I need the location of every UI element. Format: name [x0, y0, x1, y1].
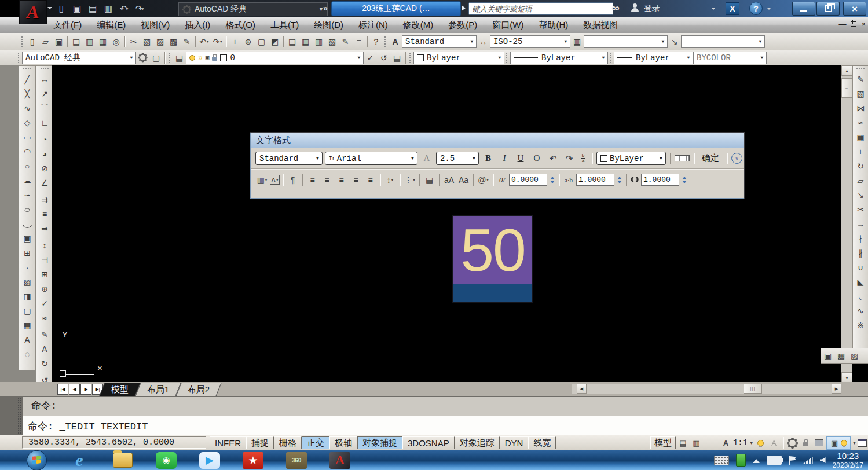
symbol-button[interactable]: @▾ — [477, 174, 490, 186]
next-tab-button[interactable]: ▶ — [80, 384, 91, 395]
network-tray-icon[interactable] — [803, 457, 813, 464]
jogged-dimension-button[interactable]: ◕ — [38, 146, 51, 161]
scroll-right-button[interactable]: ▶ — [832, 384, 841, 394]
menu-insert[interactable]: 插入(I) — [185, 20, 210, 31]
numbering-dropdown-icon[interactable]: ▾ — [413, 178, 415, 182]
bold-button[interactable]: B — [481, 152, 495, 166]
prev-tab-button[interactable]: ◀ — [69, 384, 80, 395]
restore-button[interactable] — [816, 2, 840, 16]
menu-edit[interactable]: 编辑(E) — [97, 20, 126, 31]
region-button[interactable]: ▢ — [21, 303, 34, 318]
cut-button[interactable]: ✂ — [127, 35, 140, 48]
bring-above-objects-button[interactable]: ▨ — [848, 350, 861, 362]
recorder-taskbar-button[interactable]: ◉ — [152, 451, 181, 469]
toolbar-grip[interactable] — [506, 52, 508, 64]
redstar-taskbar-button[interactable]: ★ — [239, 451, 268, 469]
toolbar-grip[interactable] — [168, 52, 170, 64]
rotate-button[interactable]: ↻ — [854, 159, 867, 173]
first-tab-button[interactable]: |◀ — [57, 384, 68, 395]
underline-button[interactable]: U — [514, 152, 528, 166]
toggle-lineweight[interactable]: 线宽 — [528, 436, 556, 449]
toolbar-grip[interactable] — [384, 36, 386, 47]
toolbar-grip[interactable] — [21, 36, 23, 47]
oblique-angle-input[interactable] — [509, 174, 547, 186]
point-button[interactable]: · — [21, 260, 34, 274]
layer-states-button[interactable]: ▤ — [390, 52, 404, 64]
publish-button[interactable]: ▦ — [96, 35, 109, 48]
diameter-dimension-button[interactable]: ⊘ — [38, 161, 51, 175]
extend-button[interactable]: → — [854, 216, 867, 231]
mtext-style-combo[interactable]: Standard▼ — [255, 152, 323, 165]
annotation-scale-icon[interactable]: A — [720, 437, 732, 449]
tool-palettes-button[interactable]: ▥ — [312, 35, 325, 48]
ordinate-dimension-button[interactable]: ∟ — [38, 115, 51, 130]
layer-properties-icon[interactable]: ▤ — [173, 52, 186, 64]
mtext-color-combo[interactable]: ByLayer ▼ — [596, 152, 666, 165]
toggle-otrack[interactable]: 对象追踪 — [455, 436, 500, 449]
chevron-down-icon[interactable]: ▼ — [313, 156, 322, 161]
make-block-button[interactable]: ⊞ — [21, 245, 34, 260]
tab-layout2[interactable]: 布局2 — [175, 383, 222, 396]
toolbar-grip[interactable] — [609, 52, 611, 64]
mtext-justification-dropdown-icon[interactable]: ▾ — [276, 178, 279, 182]
mleader-style-combo[interactable]: ▼ — [681, 35, 765, 48]
quickcalc-button[interactable]: ≡ — [352, 35, 365, 48]
coordinates-display[interactable]: 3580.3334, 2543.6502, 0.0000 — [22, 436, 206, 449]
chevron-down-icon[interactable]: ▼ — [657, 156, 665, 161]
chevron-down-icon[interactable]: ▼ — [659, 39, 667, 44]
show-hidden-icons-button[interactable] — [753, 458, 760, 463]
fillet-button[interactable]: ◟ — [854, 289, 867, 303]
close-button[interactable]: × — [843, 2, 866, 16]
redo-dropdown-icon[interactable]: ▾ — [141, 6, 144, 12]
undo-button[interactable]: ↶▾ — [197, 35, 211, 48]
ie-taskbar-button[interactable]: e — [65, 451, 94, 469]
redo-button[interactable]: ↷▾ — [133, 2, 147, 15]
command-history[interactable]: 命令: — [23, 397, 868, 416]
save-button[interactable]: ▣ — [52, 35, 65, 48]
autocad-taskbar-button[interactable]: A — [325, 451, 354, 469]
title-arrow-icon[interactable] — [462, 5, 468, 11]
table-style-icon[interactable]: ▦ — [570, 35, 584, 48]
mleader-style-icon[interactable]: ↘ — [668, 35, 681, 48]
erase-button[interactable]: ✎ — [854, 72, 867, 86]
explode-button[interactable]: ※ — [854, 318, 867, 332]
chevron-down-icon[interactable]: ▼ — [355, 55, 363, 60]
undo-dropdown-icon[interactable]: ▾ — [126, 6, 128, 12]
radius-dimension-button[interactable]: ◔ — [38, 132, 51, 146]
break-button[interactable]: ∦ — [854, 245, 867, 260]
action-center-flag-icon[interactable] — [789, 456, 796, 465]
pan-button[interactable]: + — [228, 35, 241, 48]
sheet-set-manager-button[interactable]: ▧ — [325, 35, 339, 48]
power-tray-icon[interactable] — [767, 456, 782, 465]
toggle-snap[interactable]: 捕捉 — [246, 436, 274, 449]
plot-style-combo[interactable]: BYCOLOR ▼ — [693, 52, 767, 64]
drawing-line[interactable] — [52, 282, 841, 282]
toggle-osnap[interactable]: 对象捕捉 — [357, 436, 402, 449]
open-button[interactable]: ▱ — [39, 35, 52, 48]
chevron-down-icon[interactable]: ▼ — [756, 39, 764, 44]
save-as-button[interactable]: ▤ — [86, 2, 100, 15]
text-height-combo[interactable]: 2.5▼ — [436, 152, 479, 165]
app-menu-dropdown-icon[interactable] — [47, 7, 52, 12]
oblique-spinner[interactable] — [548, 174, 556, 186]
ok-button[interactable]: 确定 — [698, 153, 723, 164]
gradient-button[interactable]: ◨ — [21, 289, 34, 303]
angular-dimension-button[interactable]: ∠ — [38, 175, 51, 190]
menu-file[interactable]: 文件(F) — [53, 20, 82, 31]
construction-line-button[interactable]: ╳ — [21, 86, 34, 101]
line-spacing-button[interactable]: ↕▾ — [383, 174, 397, 186]
toggle-polar[interactable]: 极轴 — [329, 436, 357, 449]
chevron-down-icon[interactable]: ▼ — [749, 441, 753, 445]
baseline-dimension-button[interactable]: ≡ — [38, 207, 51, 221]
table-button[interactable]: ▦ — [21, 318, 34, 332]
drawing-canvas[interactable]: Y × 50 — [52, 65, 841, 382]
color-combo[interactable]: ByLayer ▼ — [413, 52, 504, 64]
dimension-update-button[interactable]: ↻ — [38, 356, 51, 370]
plot-button[interactable]: ▥ — [101, 2, 115, 15]
continue-dimension-button[interactable]: ⇒ — [38, 221, 51, 236]
taskbar-clock[interactable]: 10:23 2023/2/17 — [833, 451, 863, 469]
lowercase-button[interactable]: Aa — [457, 174, 470, 186]
undo-button[interactable]: ↶▾ — [117, 2, 131, 15]
break-at-point-button[interactable]: ∤ — [854, 231, 867, 245]
toolbar-grip[interactable] — [40, 68, 49, 71]
